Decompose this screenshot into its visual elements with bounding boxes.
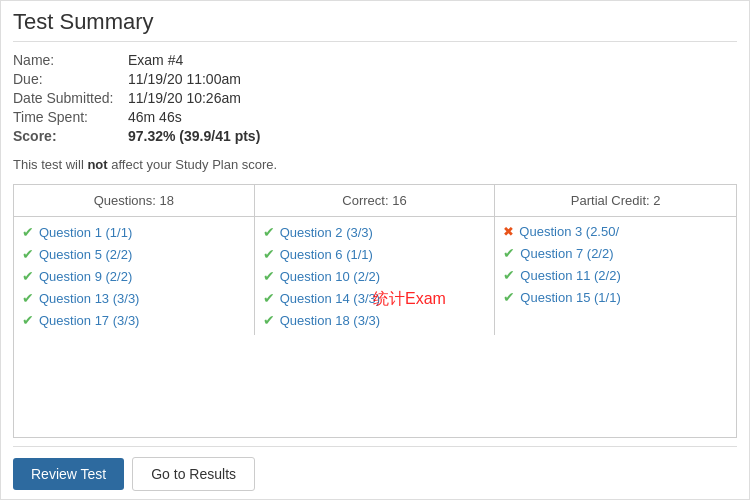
question-item: ✔Question 10 (2/2) [263,265,487,287]
footer: Review Test Go to Results [13,446,737,499]
question-link[interactable]: Question 10 (2/2) [280,269,380,284]
question-link[interactable]: Question 1 (1/1) [39,225,132,240]
question-link[interactable]: Question 6 (1/1) [280,247,373,262]
question-item: ✖Question 3 (2.50/ [503,221,728,242]
time-spent-value: 46m 46s [128,109,182,125]
partial-icon: ✖ [503,224,514,239]
question-link[interactable]: Question 15 (1/1) [520,290,620,305]
page-title: Test Summary [13,9,737,42]
checkmark-icon: ✔ [263,290,275,306]
checkmark-icon: ✔ [503,289,515,305]
date-submitted-value: 11/19/20 10:26am [128,90,241,106]
score-value: 97.32% (39.9/41 pts) [128,128,260,144]
name-value: Exam #4 [128,52,183,68]
question-link[interactable]: Question 3 (2.50/ [519,224,619,239]
due-value: 11/19/20 11:00am [128,71,241,87]
checkmark-icon: ✔ [263,246,275,262]
checkmark-icon: ✔ [263,268,275,284]
questions-section: Questions: 18 Correct: 16 Partial Credit… [13,184,737,438]
question-link[interactable]: Question 9 (2/2) [39,269,132,284]
study-plan-note: This test will not affect your Study Pla… [13,157,737,172]
checkmark-icon: ✔ [22,246,34,262]
checkmark-icon: ✔ [22,224,34,240]
date-submitted-row: Date Submitted: 11/19/20 10:26am [13,90,737,106]
name-row: Name: Exam #4 [13,52,737,68]
checkmark-icon: ✔ [503,267,515,283]
questions-body: ✔Question 1 (1/1)✔Question 5 (2/2)✔Quest… [14,217,736,335]
question-item: ✔Question 15 (1/1) [503,286,728,308]
question-item: ✔Question 5 (2/2) [22,243,246,265]
col3-header: Partial Credit: 2 [495,185,736,216]
question-item: ✔Question 6 (1/1) [263,243,487,265]
question-link[interactable]: Question 18 (3/3) [280,313,380,328]
col2-header: Correct: 16 [255,185,496,216]
name-label: Name: [13,52,128,68]
checkmark-icon: ✔ [22,268,34,284]
checkmark-icon: ✔ [22,290,34,306]
question-item: ✔Question 17 (3/3) [22,309,246,331]
review-test-button[interactable]: Review Test [13,458,124,490]
question-link[interactable]: Question 5 (2/2) [39,247,132,262]
question-item: ✔Question 7 (2/2) [503,242,728,264]
checkmark-icon: ✔ [22,312,34,328]
question-link[interactable]: Question 13 (3/3) [39,291,139,306]
questions-col-3: ✖Question 3 (2.50/✔Question 7 (2/2)✔Ques… [495,217,736,335]
questions-col-1: ✔Question 1 (1/1)✔Question 5 (2/2)✔Quest… [14,217,255,335]
due-label: Due: [13,71,128,87]
col1-header: Questions: 18 [14,185,255,216]
questions-col-2: ✔Question 2 (3/3)✔Question 6 (1/1)✔Quest… [255,217,496,335]
go-to-results-button[interactable]: Go to Results [132,457,255,491]
date-submitted-label: Date Submitted: [13,90,128,106]
score-label: Score: [13,128,128,144]
due-row: Due: 11/19/20 11:00am [13,71,737,87]
checkmark-icon: ✔ [263,224,275,240]
question-item: ✔Question 2 (3/3) [263,221,487,243]
time-spent-row: Time Spent: 46m 46s [13,109,737,125]
checkmark-icon: ✔ [503,245,515,261]
question-link[interactable]: Question 2 (3/3) [280,225,373,240]
time-spent-label: Time Spent: [13,109,128,125]
score-row: Score: 97.32% (39.9/41 pts) [13,128,737,144]
question-item: ✔Question 18 (3/3) [263,309,487,331]
info-section: Name: Exam #4 Due: 11/19/20 11:00am Date… [13,52,737,147]
questions-header: Questions: 18 Correct: 16 Partial Credit… [14,185,736,217]
checkmark-icon: ✔ [263,312,275,328]
question-item: ✔Question 14 (3/3) [263,287,487,309]
question-link[interactable]: Question 11 (2/2) [520,268,620,283]
question-item: ✔Question 11 (2/2) [503,264,728,286]
question-link[interactable]: Question 7 (2/2) [520,246,613,261]
question-link[interactable]: Question 17 (3/3) [39,313,139,328]
question-item: ✔Question 9 (2/2) [22,265,246,287]
question-item: ✔Question 1 (1/1) [22,221,246,243]
question-link[interactable]: Question 14 (3/3) [280,291,380,306]
question-item: ✔Question 13 (3/3) [22,287,246,309]
